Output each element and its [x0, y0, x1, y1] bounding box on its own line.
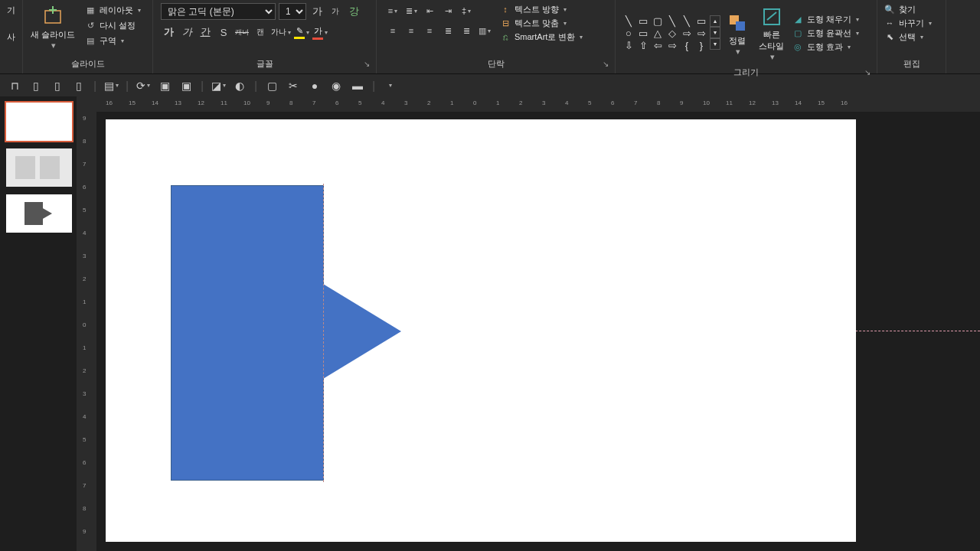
- shape-fill-button[interactable]: ◢도형 채우기▾: [792, 14, 859, 26]
- vertical-guide: [323, 184, 324, 482]
- qat-merge[interactable]: ◪▾: [210, 77, 227, 94]
- shape-opt[interactable]: △: [651, 28, 665, 40]
- shape-opt[interactable]: ○: [622, 28, 635, 40]
- slide-thumbnail-panel[interactable]: [0, 96, 77, 551]
- layout-icon: ▦: [84, 4, 96, 16]
- reset-button[interactable]: ↺다시 설정: [83, 18, 142, 32]
- shapes-gallery[interactable]: ╲▭▢╲╲▭ ○▭△◇⇨⇨ ⇩⇧⇦⇨{}: [622, 15, 708, 52]
- decrease-indent-button[interactable]: ⇤: [421, 3, 438, 18]
- font-name-select[interactable]: 맑은 고딕 (본문): [161, 3, 276, 20]
- horizontal-ruler: 1615141312111098765432101234567891011121…: [96, 96, 980, 112]
- shape-opt[interactable]: ◇: [665, 28, 679, 40]
- effects-icon: ◎: [792, 41, 804, 54]
- align-justify-button[interactable]: ≣: [439, 23, 456, 38]
- shape-rectangle[interactable]: [171, 185, 324, 481]
- select-button[interactable]: ⬉선택▾: [884, 31, 932, 43]
- group-label-paragraph: 단락: [488, 59, 505, 68]
- shape-opt[interactable]: {: [680, 40, 694, 52]
- strike-button[interactable]: 캐너: [234, 24, 250, 40]
- chevron-down-icon: ▾: [929, 20, 932, 27]
- gallery-more[interactable]: ▾: [710, 38, 720, 50]
- underline-button[interactable]: 간: [198, 24, 213, 40]
- shape-opt[interactable]: ⇩: [622, 40, 635, 52]
- qat-crop[interactable]: ✂: [285, 77, 302, 94]
- shape-opt[interactable]: ▭: [636, 15, 650, 28]
- font-size-select[interactable]: 18: [279, 3, 306, 20]
- highlight-color-button[interactable]: ✎ ▾: [294, 26, 309, 39]
- qat-btn[interactable]: ▢: [263, 77, 280, 94]
- columns-button[interactable]: ▥▾: [476, 23, 493, 38]
- shape-opt[interactable]: ⇦: [651, 40, 665, 52]
- shape-opt[interactable]: ▭: [636, 28, 650, 40]
- shape-opt[interactable]: ╲: [622, 15, 635, 28]
- qat-btn[interactable]: ▣: [178, 77, 194, 94]
- align-center-button[interactable]: ≡: [403, 23, 420, 38]
- shape-effects-button[interactable]: ◎도형 효과▾: [792, 41, 859, 54]
- smartart-convert-button[interactable]: ⎌SmartArt로 변환▾: [499, 31, 583, 43]
- qat-rotate[interactable]: ⟳▾: [135, 77, 152, 94]
- chevron-down-icon: ▾: [488, 28, 491, 34]
- shape-opt[interactable]: ⇨: [680, 28, 694, 40]
- text-direction-button[interactable]: ↕텍스트 방향▾: [499, 3, 583, 15]
- line-spacing-button[interactable]: ‡▾: [458, 3, 475, 18]
- shape-opt[interactable]: }: [694, 40, 708, 52]
- shrink-font-button[interactable]: 가: [328, 4, 343, 19]
- shape-triangle[interactable]: [323, 284, 401, 379]
- replace-button[interactable]: ↔바꾸기▾: [884, 17, 932, 29]
- align-left-button[interactable]: ≡: [384, 23, 401, 38]
- shape-outline-button[interactable]: ▢도형 윤곽선▾: [792, 28, 859, 40]
- qat-btn[interactable]: ⊓: [6, 77, 23, 94]
- strike2-button[interactable]: 캔: [253, 24, 268, 40]
- draw-dialog-launcher[interactable]: ↘: [864, 68, 871, 77]
- group-label-font: 글꼴: [256, 59, 273, 68]
- align-right-button[interactable]: ≡: [421, 23, 438, 38]
- quick-styles-button[interactable]: 빠른 스타일▾: [754, 2, 789, 65]
- qat-btn[interactable]: ◐: [231, 77, 248, 94]
- bold-button[interactable]: 가: [161, 24, 176, 40]
- arrange-button[interactable]: 정렬▾: [720, 8, 754, 60]
- numbering-button[interactable]: ≣▾: [403, 3, 420, 18]
- chevron-down-icon: ▾: [770, 52, 775, 62]
- font-dialog-launcher[interactable]: ↘: [364, 60, 370, 68]
- qat-btn[interactable]: ▯: [49, 77, 66, 94]
- qat-btn[interactable]: ◉: [328, 77, 345, 94]
- clear-format-button[interactable]: 강: [346, 4, 361, 19]
- slide-thumbnail-1[interactable]: [6, 103, 72, 141]
- para-dialog-launcher[interactable]: ↘: [603, 60, 609, 68]
- shape-opt[interactable]: ╲: [680, 15, 694, 28]
- char-spacing-button[interactable]: 가나▾: [271, 27, 291, 37]
- increase-indent-button[interactable]: ⇥: [439, 3, 456, 18]
- qat-more[interactable]: ▾: [381, 77, 398, 94]
- shape-opt[interactable]: ╲: [665, 15, 679, 28]
- gallery-up[interactable]: ▴: [710, 15, 720, 27]
- bullets-button[interactable]: ≡▾: [384, 3, 401, 18]
- qat-btn[interactable]: ▯: [28, 77, 44, 94]
- shape-opt[interactable]: ▢: [651, 15, 665, 28]
- clipboard-paste-small[interactable]: 기: [7, 5, 15, 16]
- shape-opt[interactable]: ⇨: [665, 40, 679, 52]
- qat-btn[interactable]: ▬: [349, 77, 366, 94]
- canvas-area[interactable]: 1615141312111098765432101234567891011121…: [96, 96, 980, 551]
- grow-font-button[interactable]: 가: [309, 4, 325, 19]
- slide-canvas[interactable]: [106, 119, 856, 542]
- new-slide-button[interactable]: 새 슬라이드 ▾: [26, 2, 80, 54]
- distribute-button[interactable]: ≣: [458, 23, 475, 38]
- clipboard-copy-small[interactable]: 사: [7, 31, 15, 43]
- qat-align[interactable]: ▤▾: [103, 77, 119, 94]
- shape-opt[interactable]: ⇨: [694, 28, 708, 40]
- gallery-down[interactable]: ▾: [710, 27, 720, 38]
- slide-thumbnail-2[interactable]: [6, 148, 72, 187]
- find-button[interactable]: 🔍찾기: [884, 3, 932, 15]
- text-align-button[interactable]: ⊟텍스트 맞춤▾: [499, 17, 583, 29]
- shape-opt[interactable]: ⇧: [636, 40, 650, 52]
- font-color-button[interactable]: 가 ▾: [312, 25, 328, 40]
- slide-thumbnail-3[interactable]: [6, 194, 72, 233]
- qat-btn[interactable]: ▯: [70, 77, 87, 94]
- section-button[interactable]: ▤구역▾: [83, 34, 142, 47]
- shadow-button[interactable]: S: [216, 24, 231, 40]
- shape-opt[interactable]: ▭: [694, 15, 708, 28]
- qat-btn[interactable]: ▣: [156, 77, 173, 94]
- qat-btn[interactable]: ●: [306, 77, 323, 94]
- italic-button[interactable]: 가: [179, 24, 194, 40]
- layout-button[interactable]: ▦레이아웃▾: [83, 3, 142, 17]
